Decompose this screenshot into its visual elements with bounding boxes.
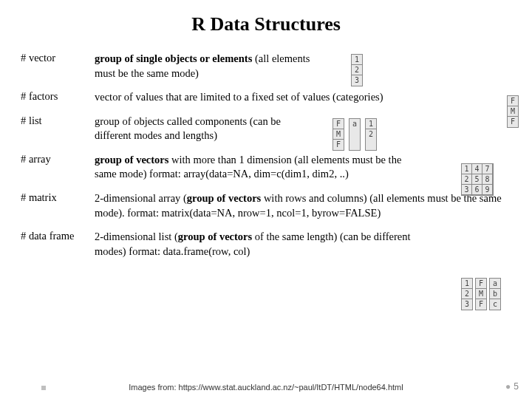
factor-grid: F M F — [507, 95, 519, 128]
dot-icon: ● — [505, 381, 511, 392]
prefix-text: 2-dimensional list ( — [95, 231, 178, 242]
cell: F — [333, 140, 344, 150]
cell: F — [476, 279, 486, 289]
cell: 2 — [462, 174, 472, 185]
df-col1: 1 2 3 — [461, 278, 473, 310]
desc-factors: vector of values that are limited to a f… — [95, 90, 511, 105]
desc-vector: group of single objects or elements (all… — [95, 52, 316, 81]
row-matrix: # matrix 2-dimensional array (group of v… — [21, 191, 511, 220]
cell: a — [349, 119, 360, 129]
diagram-array: 1 4 7 2 5 8 3 6 9 — [461, 161, 494, 196]
cell: 3 — [462, 299, 472, 310]
cell: 3 — [462, 185, 472, 195]
row-array: # array group of vectors with more than … — [21, 153, 511, 182]
df-cols: 1 2 3 F M F a b c — [461, 278, 501, 310]
list-cols: F M F a 1 2 — [332, 118, 377, 151]
list-col3: 1 2 — [365, 118, 377, 151]
label-vector: # vector — [21, 52, 95, 64]
vector-grid: 1 2 3 — [351, 54, 363, 86]
content-rows: # vector group of single objects or elem… — [21, 52, 511, 259]
bold-text: group of vectors — [187, 192, 261, 204]
page-title: R Data Structures — [21, 13, 511, 35]
diagram-vector: 1 2 3 — [351, 52, 363, 86]
cell: M — [333, 129, 344, 140]
cell: F — [476, 299, 486, 310]
label-matrix: # matrix — [21, 191, 95, 204]
cell: F — [333, 119, 344, 129]
label-list: # list — [21, 115, 95, 127]
label-dataframe: # data frame — [21, 230, 95, 242]
desc-list: group of objects called components (can … — [95, 115, 301, 143]
prefix-text: vector of values that are limited to a f… — [95, 91, 383, 103]
prefix-text: group of objects called components (can … — [95, 115, 281, 142]
cell: 1 — [462, 279, 472, 289]
list-col2: a — [349, 118, 361, 151]
row-list: # list group of objects called component… — [21, 115, 511, 143]
desc-matrix: 2-dimensional array (group of vectors wi… — [95, 191, 511, 220]
cell: M — [508, 106, 518, 117]
label-array: # array — [21, 153, 95, 166]
cell: 7 — [482, 164, 493, 174]
footer-citation: Images from: https://www.stat.auckland.a… — [0, 383, 532, 392]
diagram-dataframe: 1 2 3 F M F a b c — [461, 278, 501, 310]
cell: c — [490, 299, 500, 310]
cell: a — [490, 279, 500, 289]
prefix-text: 2-dimensional array ( — [95, 192, 187, 204]
row-dataframe: # data frame 2-dimensional list (group o… — [21, 230, 511, 259]
cell: 6 — [472, 185, 482, 195]
cell: 4 — [472, 164, 482, 174]
cell: 2 — [352, 65, 362, 75]
bold-text: group of vectors — [95, 154, 168, 166]
cell: 1 — [352, 55, 362, 65]
cell: 8 — [482, 174, 493, 185]
cell: 5 — [472, 174, 482, 185]
page-number: ●5 — [505, 381, 519, 392]
row-factors: # factors vector of values that are limi… — [21, 90, 511, 105]
cell: 2 — [462, 289, 472, 299]
list-col1: F M F — [332, 118, 344, 151]
df-col2: F M F — [475, 278, 487, 310]
cell: M — [476, 289, 486, 299]
bold-text: group of single objects or elements — [95, 52, 252, 64]
row-vector: # vector group of single objects or elem… — [21, 52, 511, 81]
cell: 3 — [352, 75, 362, 86]
desc-dataframe: 2-dimensional list (group of vectors of … — [95, 230, 420, 259]
array-grid: 1 4 7 2 5 8 3 6 9 — [461, 163, 494, 196]
df-col3: a b c — [489, 278, 501, 310]
page-num-value: 5 — [514, 381, 519, 392]
cell: F — [508, 117, 518, 127]
diagram-list: F M F a 1 2 — [332, 118, 377, 151]
cell: 2 — [366, 129, 376, 140]
cell: 9 — [482, 185, 493, 195]
cell: 1 — [366, 119, 376, 129]
cell: F — [508, 96, 518, 106]
label-factors: # factors — [21, 90, 95, 103]
desc-array: group of vectors with more than 1 dimens… — [95, 153, 405, 182]
bold-text: group of vectors — [178, 231, 252, 242]
cell: 1 — [462, 164, 472, 174]
slide: R Data Structures # vector group of sing… — [0, 0, 532, 399]
cell: b — [490, 289, 500, 299]
diagram-factors: F M F — [507, 93, 519, 128]
